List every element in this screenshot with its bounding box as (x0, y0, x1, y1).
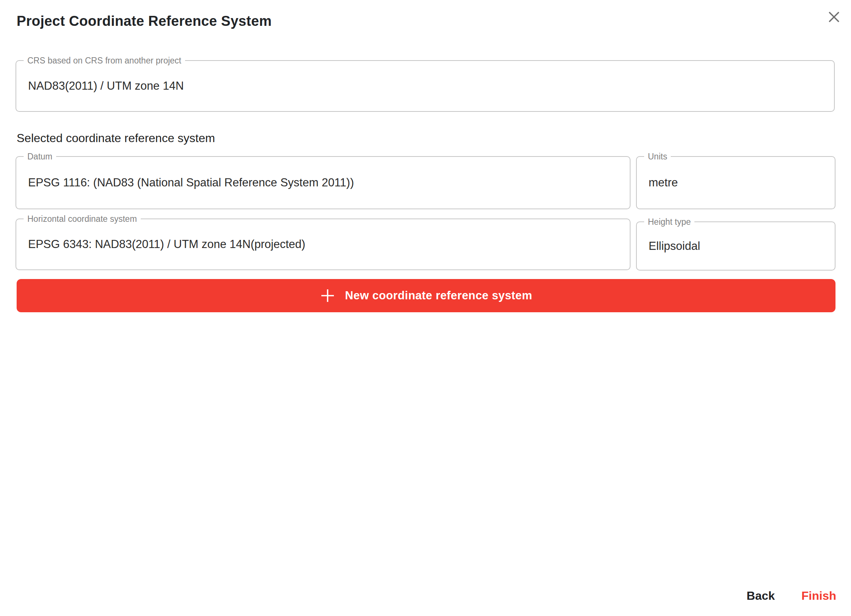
close-icon (827, 10, 841, 24)
units-field[interactable]: Units metre (636, 156, 836, 209)
crs-from-project-label: CRS based on CRS from another project (24, 55, 185, 66)
crs-from-project-value: NAD83(2011) / UTM zone 14N (28, 79, 184, 93)
project-crs-dialog: Project Coordinate Reference System CRS … (0, 0, 851, 616)
horizontal-coordinate-system-field[interactable]: Horizontal coordinate system EPSG 6343: … (15, 219, 630, 270)
horizontal-coordinate-system-label: Horizontal coordinate system (24, 214, 141, 224)
dialog-footer: Back Finish (746, 589, 836, 603)
datum-label: Datum (24, 151, 56, 162)
dialog-title: Project Coordinate Reference System (17, 13, 272, 29)
horizontal-coordinate-system-value: EPSG 6343: NAD83(2011) / UTM zone 14N(pr… (28, 238, 305, 251)
finish-button[interactable]: Finish (801, 589, 836, 603)
selected-crs-heading: Selected coordinate reference system (17, 131, 215, 145)
new-crs-button[interactable]: New coordinate reference system (17, 279, 836, 312)
close-button[interactable] (825, 8, 843, 26)
new-crs-button-label: New coordinate reference system (345, 289, 532, 302)
height-type-label: Height type (644, 217, 695, 227)
crs-from-project-field[interactable]: CRS based on CRS from another project NA… (15, 60, 835, 112)
height-type-field[interactable]: Height type Ellipsoidal (636, 222, 836, 271)
datum-field[interactable]: Datum EPSG 1116: (NAD83 (National Spatia… (15, 156, 630, 209)
height-type-value: Ellipsoidal (649, 240, 700, 253)
datum-value: EPSG 1116: (NAD83 (National Spatial Refe… (28, 176, 354, 189)
units-value: metre (649, 176, 678, 189)
back-button[interactable]: Back (746, 589, 775, 603)
units-label: Units (644, 151, 671, 162)
plus-icon (320, 288, 335, 303)
